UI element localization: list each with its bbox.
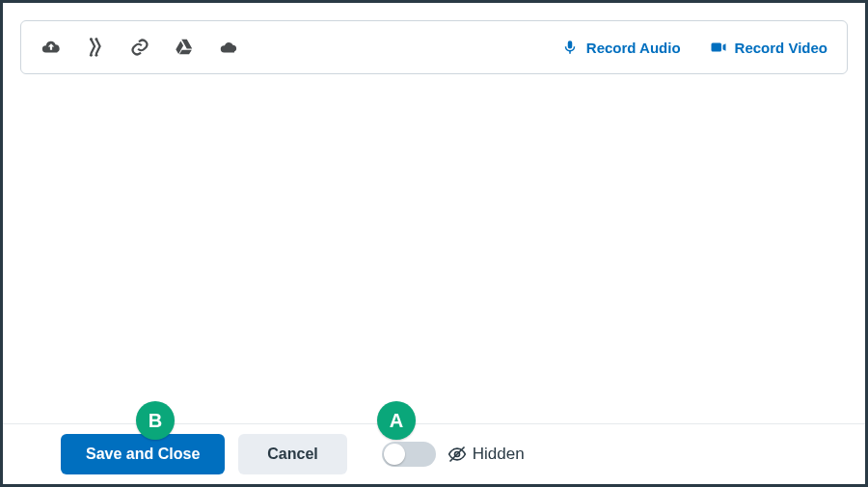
callout-marker-a: A	[377, 401, 416, 440]
content-area: Record Audio Record Video	[3, 3, 865, 423]
editor-frame: Record Audio Record Video Save and Close…	[0, 0, 868, 487]
visibility-label: Hidden	[448, 445, 525, 464]
quicklink-icon[interactable]	[85, 37, 106, 58]
microphone-icon	[561, 39, 579, 56]
svg-point-1	[90, 54, 93, 57]
visibility-toggle-group: Hidden	[382, 442, 525, 467]
upload-cloud-icon[interactable]	[41, 37, 62, 58]
record-video-label: Record Video	[735, 40, 827, 56]
svg-point-2	[95, 38, 97, 41]
footer-bar: Save and Close Cancel Hidden	[3, 424, 865, 484]
record-audio-label: Record Audio	[586, 40, 681, 56]
cancel-button[interactable]: Cancel	[238, 434, 346, 474]
eye-off-icon	[448, 445, 467, 464]
toolbar-left-group	[41, 37, 239, 58]
record-video-button[interactable]: Record Video	[710, 39, 827, 56]
attachments-toolbar: Record Audio Record Video	[20, 20, 848, 74]
save-and-close-button[interactable]: Save and Close	[61, 434, 225, 474]
visibility-toggle[interactable]	[382, 442, 436, 467]
svg-point-3	[95, 54, 97, 57]
google-drive-icon[interactable]	[174, 37, 195, 58]
link-icon[interactable]	[129, 37, 150, 58]
visibility-text: Hidden	[473, 445, 525, 464]
video-camera-icon	[710, 39, 727, 56]
svg-point-0	[90, 38, 93, 41]
callout-marker-b: B	[136, 401, 175, 440]
record-audio-button[interactable]: Record Audio	[561, 39, 681, 56]
toolbar-right-group: Record Audio Record Video	[561, 39, 827, 56]
toggle-knob	[384, 444, 405, 465]
onedrive-icon[interactable]	[218, 37, 239, 58]
